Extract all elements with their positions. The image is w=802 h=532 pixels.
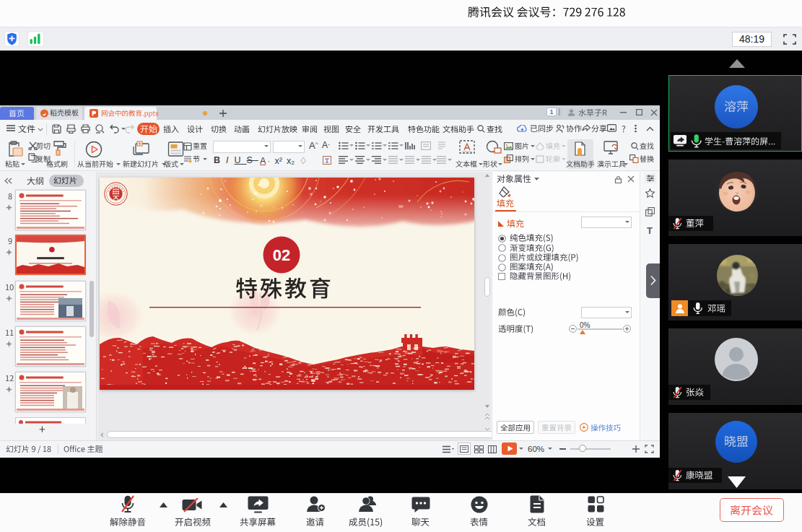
svg-text:02: 02: [273, 246, 290, 264]
